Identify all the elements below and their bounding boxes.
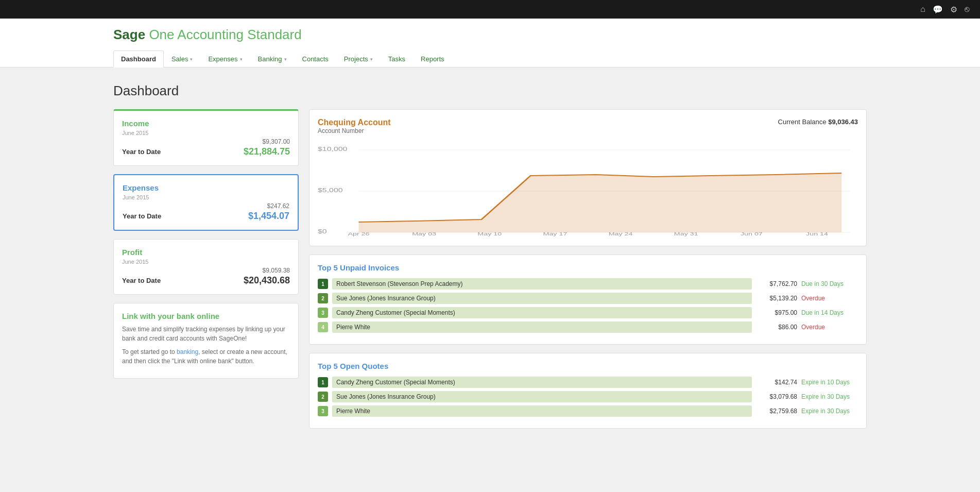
invoice-row-3[interactable]: 3 Candy Zheng Customer (Special Moments)…	[318, 307, 858, 318]
income-ytd-label: Year to Date	[122, 148, 161, 156]
svg-text:$5,000: $5,000	[318, 188, 343, 193]
tab-sales[interactable]: Sales▾	[164, 50, 201, 67]
quote-row-1[interactable]: 1 Candy Zheng Customer (Special Moments)…	[318, 377, 858, 388]
svg-text:May 24: May 24	[609, 231, 633, 237]
profit-month-amount: $9,059.38	[263, 267, 290, 274]
invoice-amount-4: $86.00	[756, 324, 797, 331]
invoice-status-1: Due in 30 Days	[801, 280, 858, 287]
expenses-month-row: $247.62	[123, 202, 289, 210]
quote-row-2[interactable]: 2 Sue Jones (Jones Insurance Group) $3,0…	[318, 391, 858, 402]
tab-banking[interactable]: Banking▾	[250, 50, 295, 67]
invoice-row-1[interactable]: 1 Robert Stevenson (Stevenson Prep Acade…	[318, 278, 858, 290]
invoices-card: Top 5 Unpaid Invoices 1 Robert Stevenson…	[309, 255, 867, 345]
balance-chart-svg: $10,000 $5,000 $0 Apr 26 May 03	[318, 145, 858, 237]
tab-contacts[interactable]: Contacts	[295, 50, 336, 67]
projects-caret: ▾	[370, 57, 373, 62]
account-number-label: Account Number	[318, 127, 391, 134]
invoice-status-2: Overdue	[801, 295, 858, 302]
chequing-header: Chequing Account Account Number Current …	[318, 118, 858, 141]
quote-name-3: Pierre White	[332, 405, 752, 417]
svg-text:Jun 14: Jun 14	[806, 231, 828, 237]
quotes-title: Top 5 Open Quotes	[318, 362, 858, 370]
svg-text:May 17: May 17	[543, 231, 567, 237]
invoice-name-4: Pierre White	[332, 321, 752, 333]
profit-title: Profit	[122, 248, 290, 257]
settings-icon[interactable]: ⚙	[950, 5, 957, 14]
profit-date: June 2015	[122, 259, 290, 265]
chequing-title: Chequing Account	[318, 118, 391, 127]
quotes-list: 1 Candy Zheng Customer (Special Moments)…	[318, 377, 858, 417]
profit-ytd-row: Year to Date $20,430.68	[122, 275, 290, 286]
profit-ytd-amount: $20,430.68	[244, 275, 290, 286]
svg-text:May 10: May 10	[477, 231, 502, 237]
main-content: Dashboard Income June 2015 $9,307.00 Yea…	[0, 67, 980, 444]
svg-text:$10,000: $10,000	[318, 146, 347, 152]
logout-icon[interactable]: ⎋	[965, 5, 970, 14]
tab-reports[interactable]: Reports	[413, 50, 452, 67]
invoice-name-3: Candy Zheng Customer (Special Moments)	[332, 307, 752, 318]
quote-rank-badge-1: 1	[318, 377, 328, 387]
expenses-caret: ▾	[240, 57, 243, 62]
chat-icon[interactable]: 💬	[933, 5, 943, 14]
invoice-status-3: Due in 14 Days	[801, 309, 858, 316]
svg-text:May 31: May 31	[674, 231, 698, 237]
expenses-ytd-row: Year to Date $1,454.07	[123, 211, 289, 222]
bank-link-text2: To get started go to banking, select or …	[122, 347, 290, 366]
home-icon[interactable]: ⌂	[920, 5, 925, 14]
income-ytd-row: Year to Date $21,884.75	[122, 146, 290, 157]
invoice-amount-2: $5,139.20	[756, 295, 797, 302]
chequing-chart: $10,000 $5,000 $0 Apr 26 May 03	[318, 145, 858, 237]
logo: Sage One Accounting Standard	[113, 27, 867, 43]
quote-rank-badge-2: 2	[318, 392, 328, 402]
profit-month-row: $9,059.38	[122, 267, 290, 274]
quote-rank-badge-3: 3	[318, 406, 328, 416]
invoice-status-4: Overdue	[801, 324, 858, 331]
page-title: Dashboard	[113, 83, 867, 99]
right-column: Chequing Account Account Number Current …	[309, 109, 867, 429]
bank-link-title: Link with your bank online	[122, 312, 290, 320]
expenses-card: Expenses June 2015 $247.62 Year to Date …	[113, 174, 299, 231]
invoice-row-2[interactable]: 2 Sue Jones (Jones Insurance Group) $5,1…	[318, 293, 858, 304]
tab-tasks[interactable]: Tasks	[381, 50, 413, 67]
rank-badge-2: 2	[318, 293, 328, 303]
banking-link[interactable]: banking	[177, 348, 198, 355]
quote-status-2: Expire in 30 Days	[801, 393, 858, 400]
banking-caret: ▾	[284, 57, 287, 62]
quote-name-1: Candy Zheng Customer (Special Moments)	[332, 377, 752, 388]
income-ytd-amount: $21,884.75	[244, 146, 290, 157]
rank-badge-3: 3	[318, 308, 328, 318]
invoice-name-1: Robert Stevenson (Stevenson Prep Academy…	[332, 278, 752, 290]
invoices-title: Top 5 Unpaid Invoices	[318, 263, 858, 272]
bank-link-card: Link with your bank online Save time and…	[113, 303, 299, 379]
quote-status-3: Expire in 30 Days	[801, 408, 858, 415]
quotes-card: Top 5 Open Quotes 1 Candy Zheng Customer…	[309, 353, 867, 429]
main-nav: Dashboard Sales▾ Expenses▾ Banking▾ Cont…	[113, 50, 867, 67]
svg-text:May 03: May 03	[412, 231, 436, 237]
quote-status-1: Expire in 10 Days	[801, 379, 858, 386]
income-card: Income June 2015 $9,307.00 Year to Date …	[113, 109, 299, 166]
expenses-ytd-label: Year to Date	[123, 212, 161, 220]
bank-link-text1: Save time and simplify tracking expenses…	[122, 325, 290, 343]
top-bar: ⌂ 💬 ⚙ ⎋	[0, 0, 980, 19]
invoice-name-2: Sue Jones (Jones Insurance Group)	[332, 293, 752, 304]
invoice-amount-1: $7,762.70	[756, 280, 797, 287]
quote-amount-3: $2,759.68	[756, 408, 797, 415]
chequing-card: Chequing Account Account Number Current …	[309, 109, 867, 246]
chart-area	[358, 173, 841, 232]
income-month-row: $9,307.00	[122, 138, 290, 145]
quote-amount-1: $142.74	[756, 379, 797, 386]
tab-expenses[interactable]: Expenses▾	[200, 50, 250, 67]
invoice-row-4[interactable]: 4 Pierre White $86.00 Overdue	[318, 321, 858, 333]
income-month-amount: $9,307.00	[263, 138, 290, 145]
expenses-ytd-amount: $1,454.07	[248, 211, 289, 222]
quote-amount-2: $3,079.68	[756, 393, 797, 400]
invoice-list: 1 Robert Stevenson (Stevenson Prep Acade…	[318, 278, 858, 333]
expenses-month-amount: $247.62	[267, 202, 289, 210]
tab-projects[interactable]: Projects▾	[336, 50, 381, 67]
tab-dashboard[interactable]: Dashboard	[113, 50, 164, 67]
quote-row-3[interactable]: 3 Pierre White $2,759.68 Expire in 30 Da…	[318, 405, 858, 417]
left-column: Income June 2015 $9,307.00 Year to Date …	[113, 109, 299, 429]
rank-badge-4: 4	[318, 322, 328, 332]
rank-badge-1: 1	[318, 279, 328, 289]
svg-text:$0: $0	[318, 229, 327, 234]
